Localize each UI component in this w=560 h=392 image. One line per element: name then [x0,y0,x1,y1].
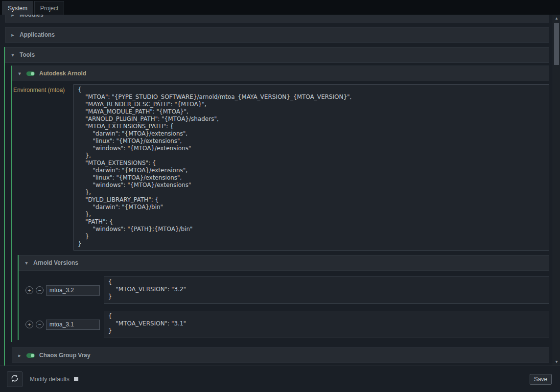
remove-version-button[interactable]: − [36,321,44,328]
section-tools: ▾ Tools ▾ Autodesk Arnold [4,47,549,366]
chevron-right-icon: ▸ [10,15,15,18]
version-row: + − { "MTOA_VERSION": "3.2" } [25,277,549,304]
section-applications: ▸ Applications [4,27,549,43]
section-header-applications[interactable]: ▸ Applications [5,27,549,43]
vertical-scrollbar[interactable]: ▲ ▼ [553,15,560,366]
scroll-up-icon[interactable]: ▲ [553,15,560,22]
section-title-chaos-group-vray: Chaos Group Vray [39,352,91,359]
tab-project[interactable]: Project [34,1,64,15]
settings-content: ▸ Modules ▸ Applications ▾ Tools [0,15,553,366]
section-chaos-group-vray: ▸ Chaos Group Vray [11,347,549,363]
chevron-down-icon: ▾ [10,52,15,58]
section-title-applications: Applications [20,31,55,38]
tab-system[interactable]: System [2,1,33,15]
section-header-autodesk-arnold[interactable]: ▾ Autodesk Arnold [12,66,549,81]
section-header-tools[interactable]: ▾ Tools [5,47,549,63]
arnold-body: Environment (mtoa) { "MTOA": "{PYPE_STUD… [12,81,549,342]
section-modules: ▸ Modules [4,15,549,23]
tools-body: ▾ Autodesk Arnold Environment (mtoa) { "… [5,63,549,366]
environment-json-editor[interactable]: { "MTOA": "{PYPE_STUDIO_SOFTWARE}/arnold… [73,84,549,251]
environment-label: Environment (mtoa) [12,84,73,93]
section-title-autodesk-arnold: Autodesk Arnold [39,70,86,77]
save-button[interactable]: Save [530,374,552,385]
scroll-down-icon[interactable]: ▼ [553,358,560,366]
remove-version-button[interactable]: − [36,286,44,294]
chevron-right-icon: ▸ [10,32,15,38]
section-arnold-versions: ▾ Arnold Versions + − { "MTOA_VERSION": … [18,255,549,340]
section-header-modules[interactable]: ▸ Modules [5,15,549,23]
section-header-arnold-versions[interactable]: ▾ Arnold Versions [19,255,549,271]
chevron-down-icon: ▾ [17,70,22,77]
section-autodesk-arnold: ▾ Autodesk Arnold Environment (mtoa) { "… [11,66,549,342]
add-version-button[interactable]: + [25,286,33,294]
chevron-down-icon: ▾ [24,260,29,266]
refresh-button[interactable] [7,371,23,387]
enabled-toggle[interactable] [26,353,35,358]
section-title-tools: Tools [20,51,35,58]
version-row: + − { "MTOA_VERSION": "3.1" } [25,311,549,338]
environment-row: Environment (mtoa) { "MTOA": "{PYPE_STUD… [12,84,549,251]
tab-bar: System Project [0,0,560,15]
add-version-button[interactable]: + [25,321,33,328]
enabled-toggle[interactable] [26,71,35,76]
arnold-versions-body: + − { "MTOA_VERSION": "3.2" } + − [19,277,549,340]
scrollbar-thumb[interactable] [554,23,559,65]
section-title-modules: Modules [20,15,44,18]
chevron-right-icon: ▸ [17,352,22,359]
version-json-editor[interactable]: { "MTOA_VERSION": "3.1" } [104,311,549,338]
section-header-chaos-group-vray[interactable]: ▸ Chaos Group Vray [12,347,549,363]
modify-defaults-label: Modify defaults [30,376,70,383]
settings-scroll-area: ▸ Modules ▸ Applications ▾ Tools [0,15,560,366]
version-key-input[interactable] [46,285,100,296]
version-json-editor[interactable]: { "MTOA_VERSION": "3.2" } [104,277,549,304]
footer-bar: Modify defaults Save [0,366,560,392]
settings-window: System Project ▸ Modules ▸ Applications [0,0,560,392]
refresh-icon [10,374,19,384]
modify-defaults-checkbox[interactable] [74,377,78,381]
version-key-input[interactable] [46,320,100,330]
section-title-arnold-versions: Arnold Versions [33,259,78,266]
